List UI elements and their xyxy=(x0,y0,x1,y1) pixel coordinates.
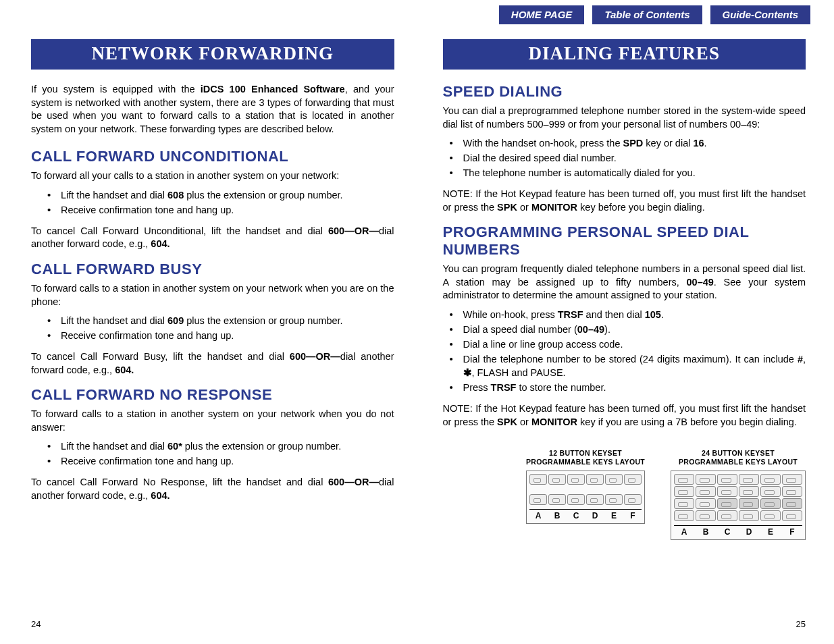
keypad-24-labels: ABCDEF xyxy=(674,525,802,537)
keypad-12-title: 12 BUTTON KEYSET PROGRAMMABLE KEYS LAYOU… xyxy=(526,449,645,466)
step-text: Dial the telephone number to be stored (… xyxy=(463,354,798,365)
col-label: F xyxy=(624,511,642,520)
heading-program-speed-dial: PROGRAMMING PERSONAL SPEED DIAL NUMBERS xyxy=(443,223,806,259)
heading-cf-noresponse: CALL FORWARD NO RESPONSE xyxy=(31,386,394,404)
step-text: Dial a speed dial number ( xyxy=(463,324,577,335)
step-text: to store the number. xyxy=(516,382,606,393)
keypad-24-title: 24 BUTTON KEYSET PROGRAMMABLE KEYS LAYOU… xyxy=(671,449,806,466)
cancel-text: To cancel Call Forward No Response, lift… xyxy=(31,477,328,487)
step-text: ). xyxy=(604,324,610,335)
keypad-12-labels: ABCDEF xyxy=(529,509,642,520)
dial-code: 60* xyxy=(167,441,182,452)
list-item: With the handset on-hook, press the SPD … xyxy=(443,136,806,150)
cf-busy-cancel: To cancel Call Forward Busy, lift the ha… xyxy=(31,350,394,377)
banner-network-forwarding: NETWORK FORWARDING xyxy=(31,39,394,70)
step-text: Press xyxy=(463,382,491,393)
list-item: While on-hook, press TRSF and then dial … xyxy=(443,308,806,321)
note-text: key if you are using a 7B before you beg… xyxy=(577,417,797,427)
step-text: Lift the handset and dial xyxy=(61,190,167,200)
title-line: PROGRAMMABLE KEYS LAYOUT xyxy=(679,458,798,466)
heading-cf-unconditional: CALL FORWARD UNCONDITIONAL xyxy=(31,148,394,165)
list-item: Receive confirmation tone and hang up. xyxy=(31,454,394,468)
cf-unconditional-lead: To forward all your calls to a station i… xyxy=(31,169,394,183)
number-range: 00–49 xyxy=(577,324,604,335)
step-text: While on-hook, press xyxy=(463,309,558,320)
note-text: key before you begin dialing. xyxy=(577,202,705,213)
title-line: PROGRAMMABLE KEYS LAYOUT xyxy=(526,458,645,466)
speed-dialing-lead: You can dial a preprogrammed telephone n… xyxy=(443,105,806,131)
step-text: . xyxy=(661,309,664,320)
list-item: Lift the handset and dial 60* plus the e… xyxy=(31,439,394,453)
list-item: Press TRSF to store the number. xyxy=(443,381,806,394)
key-name: SPK xyxy=(497,417,517,427)
heading-cf-busy: CALL FORWARD BUSY xyxy=(31,261,394,278)
col-label: C xyxy=(717,527,737,537)
cf-unconditional-cancel: To cancel Call Forward Unconditional, li… xyxy=(31,225,394,251)
dial-code: 604. xyxy=(151,238,170,249)
intro-bold: iDCS 100 Enhanced Software xyxy=(201,84,345,95)
speed-dialing-note: NOTE: If the Hot Keypad feature has been… xyxy=(443,188,806,214)
speed-dialing-steps: With the handset on-hook, press the SPD … xyxy=(443,136,806,180)
page-number-left: 24 xyxy=(31,619,41,629)
key-char: ✱ xyxy=(463,367,472,378)
heading-speed-dialing: SPEED DIALING xyxy=(443,83,806,101)
nav-toc-button[interactable]: Table of Contents xyxy=(592,5,702,24)
nav-home-button[interactable]: HOME PAGE xyxy=(499,5,585,24)
or-separator: —OR— xyxy=(306,351,340,362)
cf-noresponse-cancel: To cancel Call Forward No Response, lift… xyxy=(31,476,394,502)
step-text: Lift the handset and dial xyxy=(61,315,167,326)
key-name: MONITOR xyxy=(531,417,577,427)
page-number-right: 25 xyxy=(796,619,806,629)
col-label: B xyxy=(548,511,566,520)
dial-code: 600 xyxy=(328,477,344,487)
step-text: , FLASH and PAUSE. xyxy=(472,367,566,378)
list-item: Receive confirmation tone and hang up. xyxy=(31,203,394,217)
step-text: , xyxy=(803,354,806,365)
list-item: Dial a line or line group access code. xyxy=(443,338,806,351)
or-separator: —OR— xyxy=(344,225,379,236)
program-speed-lead: You can program frequently dialed teleph… xyxy=(443,263,806,302)
keypad-24-grid: ABCDEF xyxy=(671,471,806,540)
cf-busy-steps: Lift the handset and dial 609 plus the e… xyxy=(31,314,394,342)
step-text: and then dial xyxy=(583,309,645,320)
key-char: # xyxy=(798,354,803,365)
top-nav: HOME PAGE Table of Contents Guide-Conten… xyxy=(499,5,810,24)
dial-code: 16 xyxy=(693,138,704,149)
intro-paragraph: If you system is equipped with the iDCS … xyxy=(31,83,394,136)
dial-code: 608 xyxy=(167,190,184,200)
col-label: E xyxy=(760,527,781,537)
keypad-12-button: 12 BUTTON KEYSET PROGRAMMABLE KEYS LAYOU… xyxy=(526,449,645,524)
key-name: TRSF xyxy=(558,309,583,320)
step-text: With the handset on-hook, press the xyxy=(463,138,623,149)
intro-pre: If you system is equipped with the xyxy=(31,84,201,95)
list-item: Lift the handset and dial 608 plus the e… xyxy=(31,188,394,202)
step-text: Lift the handset and dial xyxy=(61,441,167,452)
cf-busy-lead: To forward calls to a station in another… xyxy=(31,282,394,308)
list-item: Dial a speed dial number (00–49). xyxy=(443,323,806,336)
cancel-text: To cancel Call Forward Busy, lift the ha… xyxy=(31,351,290,362)
cf-unconditional-steps: Lift the handset and dial 608 plus the e… xyxy=(31,188,394,217)
note-text: or xyxy=(517,202,531,213)
number-range: 00–49 xyxy=(687,277,714,288)
dial-code: 600 xyxy=(290,351,306,362)
dial-code: 604. xyxy=(115,365,134,375)
step-text: plus the extension or group number. xyxy=(184,315,342,326)
title-line: 24 BUTTON KEYSET xyxy=(702,449,775,457)
col-label: D xyxy=(739,527,759,537)
cancel-text: To cancel Call Forward Unconditional, li… xyxy=(31,225,328,236)
nav-guide-button[interactable]: Guide-Contents xyxy=(710,5,811,24)
title-line: 12 BUTTON KEYSET xyxy=(549,449,622,457)
key-name: SPD xyxy=(623,138,643,149)
step-text: . xyxy=(704,138,707,149)
note-text: or xyxy=(517,417,531,427)
key-name: TRSF xyxy=(491,382,517,393)
keypad-24-button: 24 BUTTON KEYSET PROGRAMMABLE KEYS LAYOU… xyxy=(671,449,806,540)
key-name: SPK xyxy=(497,202,517,213)
col-label: B xyxy=(696,527,716,537)
step-text: plus the extension or group number. xyxy=(182,441,341,452)
list-item: Lift the handset and dial 609 plus the e… xyxy=(31,314,394,327)
list-item: The telephone number is automatically di… xyxy=(443,166,806,180)
cf-noresponse-lead: To forward calls to a station in another… xyxy=(31,408,394,434)
right-page: DIALING FEATURES SPEED DIALING You can d… xyxy=(443,39,806,644)
keypad-diagrams: 12 BUTTON KEYSET PROGRAMMABLE KEYS LAYOU… xyxy=(443,449,806,540)
